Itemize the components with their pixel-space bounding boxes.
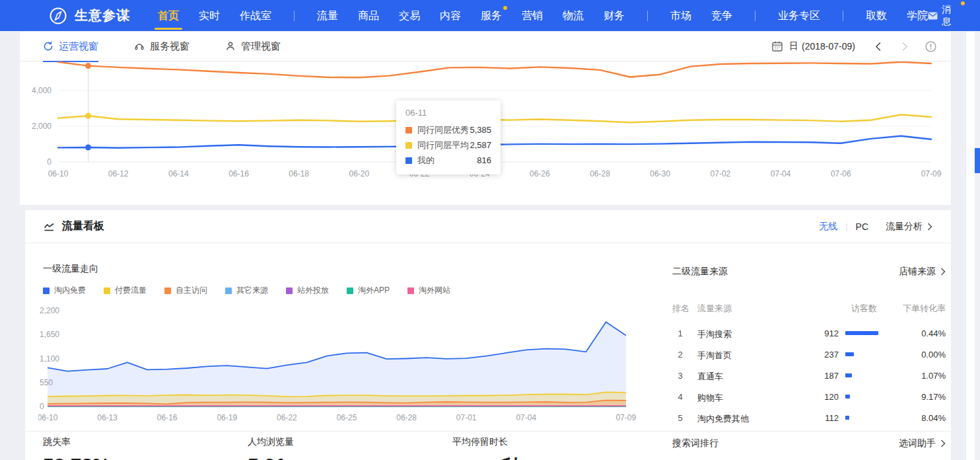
nav-item[interactable]: 竞争	[711, 0, 732, 31]
col-conversion: 下单转化率	[903, 303, 946, 315]
scrollbar-track[interactable]	[975, 32, 980, 460]
col-source: 流量来源	[697, 303, 732, 315]
nav-item[interactable]: 流量	[317, 0, 338, 31]
svg-text:07-04: 07-04	[516, 413, 536, 422]
source-row[interactable]: 1手淘搜索9120.44%	[672, 323, 946, 344]
scrollbar-thumb[interactable]	[975, 148, 980, 173]
nav-divider	[755, 11, 755, 21]
rank-cell: 1	[674, 328, 687, 338]
right-panel-strip	[965, 32, 980, 460]
svg-text:06-26: 06-26	[530, 169, 550, 178]
tab-management-view[interactable]: 管理视窗	[225, 32, 281, 61]
source-row[interactable]: 3直通车1871.07%	[672, 365, 946, 386]
svg-text:06-14: 06-14	[168, 169, 189, 178]
source-row[interactable]: 2手淘首页2370.00%	[672, 344, 946, 365]
metric-label: 人均浏览量	[248, 436, 452, 448]
tooltip-row: 同行同层优秀5,385	[405, 122, 491, 137]
source-name: 淘内免费其他	[697, 413, 749, 425]
legend-item[interactable]: 淘外APP	[347, 285, 390, 296]
nav-divider	[294, 11, 295, 21]
secondary-sources-panel: 二级流量来源 店铺来源 排名 流量来源 访客数 下单转化率 1手淘搜索9120.…	[672, 266, 946, 428]
nav-item[interactable]: 作战室	[240, 0, 271, 31]
date-value[interactable]: (2018-07-09)	[802, 41, 855, 52]
legend-item[interactable]: 站外投放	[286, 285, 329, 296]
series-swatch	[405, 157, 412, 164]
board-title: 流量看板	[43, 219, 104, 233]
shop-source-link[interactable]: 店铺来源	[899, 266, 946, 278]
rank-cell: 4	[674, 392, 687, 402]
nav-item[interactable]: 财务	[604, 0, 625, 31]
brand-title: 生意参谋	[75, 7, 130, 24]
source-name: 手淘首页	[697, 350, 732, 362]
metric-value: 59.72%	[43, 454, 248, 460]
svg-text:06-22: 06-22	[277, 413, 297, 422]
svg-text:06-28: 06-28	[590, 169, 610, 178]
word-helper-link[interactable]: 选词助手	[899, 438, 946, 449]
nav-divider	[647, 11, 648, 21]
nav-item[interactable]: 市场	[670, 0, 691, 31]
legend-item[interactable]: 其它来源	[225, 285, 268, 296]
svg-text:07-04: 07-04	[771, 169, 791, 178]
source-row[interactable]: 5淘内免费其他1128.04%	[672, 407, 946, 428]
sources-table-header: 排名 流量来源 访客数 下单转化率	[672, 303, 946, 315]
toggle-pc[interactable]: PC	[856, 221, 868, 232]
svg-text:06-20: 06-20	[349, 169, 370, 178]
nav-item[interactable]: 内容	[440, 0, 461, 31]
legend-item[interactable]: 自主访问	[164, 285, 207, 296]
visitors-bar	[845, 373, 852, 377]
traffic-analysis-link[interactable]: 流量分析	[886, 221, 932, 233]
peer-trend-chart-area[interactable]: 02,0004,00006-1006-1206-1406-1606-1806-2…	[20, 61, 951, 204]
nav-item[interactable]: 实时	[199, 0, 220, 31]
nav-item[interactable]: 交易	[399, 0, 420, 31]
svg-text:550: 550	[40, 378, 53, 387]
tab-operation-view[interactable]: 运营视窗	[43, 32, 98, 61]
metric-value: 17.48秒	[452, 454, 657, 460]
nav-item[interactable]: 学院	[907, 0, 928, 31]
series-label: 同行同层平均	[417, 137, 469, 153]
series-value: 5,385	[470, 122, 491, 137]
prev-date-icon[interactable]	[875, 42, 882, 52]
source-row[interactable]: 4购物车1209.17%	[672, 386, 946, 407]
compass-logo-icon	[49, 7, 67, 25]
svg-text:07-02: 07-02	[711, 169, 731, 178]
nav-item[interactable]: 业务专区	[778, 0, 820, 31]
nav-item[interactable]: 物流	[563, 0, 584, 31]
svg-text:07-06: 07-06	[831, 169, 851, 178]
nav-item-messages[interactable]: 消息	[928, 4, 959, 28]
tab-label: 运营视窗	[59, 40, 98, 53]
board-toggles: 无线 | PC 流量分析	[819, 221, 944, 233]
nav-item[interactable]: 商品	[358, 0, 379, 31]
sources-table-rows: 1手淘搜索9120.44%2手淘首页2370.00%3直通车1871.07%4购…	[672, 323, 946, 428]
legend-item[interactable]: 淘外网站	[407, 285, 450, 296]
legend-label: 淘外APP	[358, 285, 390, 296]
svg-text:06-16: 06-16	[157, 413, 178, 422]
col-rank: 排名	[672, 303, 689, 315]
primary-flow-chart[interactable]: 05501,1001,6502,20006-1006-1306-1606-190…	[38, 303, 659, 430]
info-icon[interactable]	[925, 41, 936, 52]
legend-label: 自主访问	[176, 285, 207, 296]
nav-item[interactable]: 服务	[481, 0, 502, 31]
nav-item[interactable]: 营销	[522, 0, 543, 31]
series-swatch	[405, 142, 412, 149]
legend-label: 淘外网站	[419, 285, 450, 296]
svg-text:06-30: 06-30	[650, 169, 670, 178]
source-name: 直通车	[697, 371, 723, 383]
legend-label: 站外投放	[297, 285, 329, 296]
nav-item[interactable]: 首页	[158, 0, 179, 31]
nav-item[interactable]: 取数	[866, 0, 887, 31]
svg-text:06-13: 06-13	[97, 413, 118, 422]
date-granularity[interactable]: 日	[789, 40, 798, 52]
rank-cell: 3	[674, 371, 687, 381]
brand[interactable]: 生意参谋	[49, 7, 130, 25]
search-rank-title: 搜索词排行	[672, 438, 718, 449]
series-swatch	[405, 127, 412, 134]
legend-item[interactable]: 付费流量	[104, 285, 147, 296]
tab-service-view[interactable]: 服务视窗	[134, 32, 190, 61]
rank-cell: 5	[674, 413, 687, 423]
traffic-board-card: 流量看板 无线 | PC 流量分析 一级流量走向 淘内免费付费流量自主访问其它来…	[25, 210, 951, 460]
calendar-icon[interactable]	[771, 40, 783, 52]
legend-item[interactable]: 淘内免费	[43, 285, 86, 296]
svg-text:06-10: 06-10	[38, 413, 58, 422]
toggle-wireless[interactable]: 无线	[819, 221, 837, 233]
next-date-icon[interactable]	[901, 42, 908, 52]
